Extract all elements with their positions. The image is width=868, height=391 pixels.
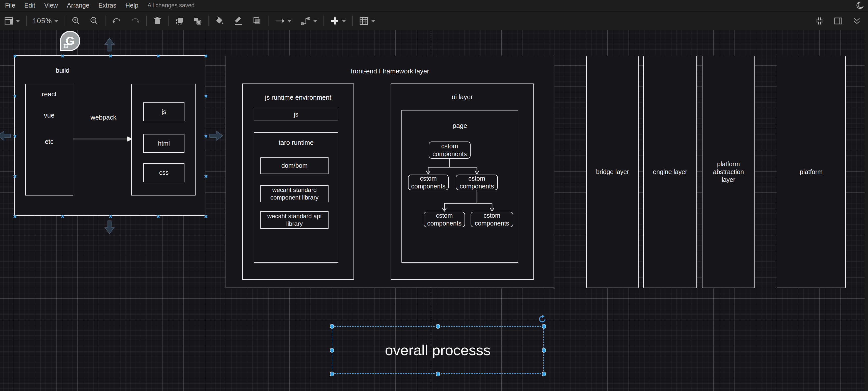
js-box[interactable]: js xyxy=(254,108,338,121)
menu-help[interactable]: Help xyxy=(125,2,138,9)
direction-arrow-up[interactable] xyxy=(104,38,115,52)
undo-icon xyxy=(112,16,122,26)
custom-component-node[interactable]: cstom components xyxy=(429,141,471,159)
build-group[interactable]: build react vue etc webpack js html css xyxy=(14,55,206,216)
output-css-box[interactable]: css xyxy=(143,163,184,182)
chevron-down-icon xyxy=(16,20,20,23)
chevron-down-icon xyxy=(313,20,317,23)
output-html-box[interactable]: html xyxy=(143,134,184,153)
chevron-down-icon xyxy=(342,20,346,23)
framework-sources-box[interactable]: react vue etc xyxy=(25,84,73,195)
to-back-button[interactable] xyxy=(190,15,205,27)
direction-arrow-left[interactable] xyxy=(0,130,11,141)
dom-bom-box[interactable]: dom/bom xyxy=(260,157,329,174)
zoom-in-button[interactable] xyxy=(69,15,83,27)
resize-handle[interactable] xyxy=(61,214,65,218)
page-box[interactable]: page cstom components cstom components c… xyxy=(401,110,518,263)
resize-handle[interactable] xyxy=(13,174,17,178)
resize-handle[interactable] xyxy=(330,324,334,329)
waypoint-style-button[interactable] xyxy=(298,15,320,27)
resize-handle[interactable] xyxy=(204,214,208,218)
assistant-badge[interactable]: G xyxy=(60,31,80,51)
resize-handle[interactable] xyxy=(13,94,17,98)
fill-color-button[interactable] xyxy=(213,15,227,27)
platform-abstraction-layer-column[interactable]: platform abstraction layer xyxy=(702,56,755,288)
output-js-box[interactable]: js xyxy=(143,102,184,121)
taro-runtime-box[interactable]: taro runtime dom/bom wecaht standard com… xyxy=(254,132,338,263)
framework-item[interactable]: etc xyxy=(26,138,73,145)
webpack-edge-label[interactable]: webpack xyxy=(83,113,124,121)
resize-handle[interactable] xyxy=(542,348,546,353)
delete-button[interactable] xyxy=(150,15,164,27)
resize-handle[interactable] xyxy=(108,214,113,218)
frontend-framework-title: front-end f framework layer xyxy=(226,67,554,75)
chevron-down-icon xyxy=(287,20,292,23)
custom-component-node[interactable]: cstom components xyxy=(408,174,448,190)
custom-component-node[interactable]: cstom components xyxy=(424,211,465,227)
resize-handle[interactable] xyxy=(330,348,334,353)
wechat-api-library-box[interactable]: wecaht standard api library xyxy=(260,211,329,229)
framework-item[interactable]: vue xyxy=(26,111,73,119)
ui-layer-box[interactable]: ui layer page cstom components cstom com… xyxy=(391,84,534,280)
shadow-button[interactable] xyxy=(250,15,265,27)
zoom-level-dropdown[interactable]: 105% xyxy=(30,15,61,27)
menu-view[interactable]: View xyxy=(44,2,58,9)
zoom-out-button[interactable] xyxy=(87,15,101,27)
line-color-icon xyxy=(234,16,244,26)
resize-handle[interactable] xyxy=(156,214,160,218)
connection-style-button[interactable] xyxy=(272,15,294,27)
chevron-down-icon xyxy=(54,20,59,23)
insert-button[interactable] xyxy=(328,15,349,27)
resize-handle[interactable] xyxy=(542,324,546,329)
resize-handle[interactable] xyxy=(330,371,334,377)
resize-handle[interactable] xyxy=(204,174,208,178)
resize-handle[interactable] xyxy=(204,54,208,58)
build-outputs-box[interactable]: js html css xyxy=(131,84,195,195)
js-runtime-box[interactable]: js runtime environment js taro runtime d… xyxy=(242,84,354,280)
bridge-layer-column[interactable]: bridge layer xyxy=(586,56,639,288)
resize-handle[interactable] xyxy=(13,134,17,138)
view-panel-button[interactable] xyxy=(1,15,23,27)
resize-handle[interactable] xyxy=(542,371,546,377)
trash-icon xyxy=(153,16,162,26)
engine-layer-column[interactable]: engine layer xyxy=(643,56,697,288)
rotate-handle[interactable] xyxy=(538,315,547,324)
page-title: page xyxy=(402,122,518,130)
to-back-icon xyxy=(193,16,203,26)
collapse-expand-button[interactable] xyxy=(849,15,865,27)
table-button[interactable] xyxy=(356,15,378,27)
save-status: All changes saved xyxy=(147,2,194,9)
to-front-button[interactable] xyxy=(172,15,187,27)
caption-text[interactable]: overall processs xyxy=(332,327,543,373)
ui-layer-title: ui layer xyxy=(391,93,533,101)
dark-mode-icon[interactable] xyxy=(855,1,864,10)
resize-handle[interactable] xyxy=(436,371,440,377)
resize-handle[interactable] xyxy=(13,214,17,218)
resize-handle[interactable] xyxy=(108,54,113,58)
resize-handle[interactable] xyxy=(13,54,17,58)
resize-handle[interactable] xyxy=(436,324,440,329)
wechat-component-library-box[interactable]: wecaht standard component library xyxy=(260,185,329,202)
format-panel-button[interactable] xyxy=(831,15,846,27)
drag-dots-icon xyxy=(63,43,68,48)
direction-arrow-right[interactable] xyxy=(209,130,223,141)
menu-extras[interactable]: Extras xyxy=(98,2,116,9)
resize-handle[interactable] xyxy=(204,94,208,98)
platform-column[interactable]: platform xyxy=(777,56,846,288)
undo-button[interactable] xyxy=(109,15,124,27)
menu-file[interactable]: File xyxy=(5,2,15,9)
diagram-canvas[interactable]: G build react vue etc webpack js html cs… xyxy=(0,30,868,391)
menu-edit[interactable]: Edit xyxy=(24,2,35,9)
resize-handle[interactable] xyxy=(204,134,208,138)
redo-button[interactable] xyxy=(128,15,143,27)
exit-fullscreen-button[interactable] xyxy=(812,15,827,27)
frontend-framework-group[interactable]: front-end f framework layer js runtime e… xyxy=(225,56,554,288)
resize-handle[interactable] xyxy=(156,54,160,58)
custom-component-node[interactable]: cstom components xyxy=(456,174,498,190)
direction-arrow-down[interactable] xyxy=(104,220,115,234)
resize-handle[interactable] xyxy=(61,54,65,58)
framework-item[interactable]: react xyxy=(26,90,73,98)
menu-arrange[interactable]: Arrange xyxy=(67,2,89,9)
custom-component-node[interactable]: cstom components xyxy=(471,211,513,227)
line-color-button[interactable] xyxy=(231,15,246,27)
